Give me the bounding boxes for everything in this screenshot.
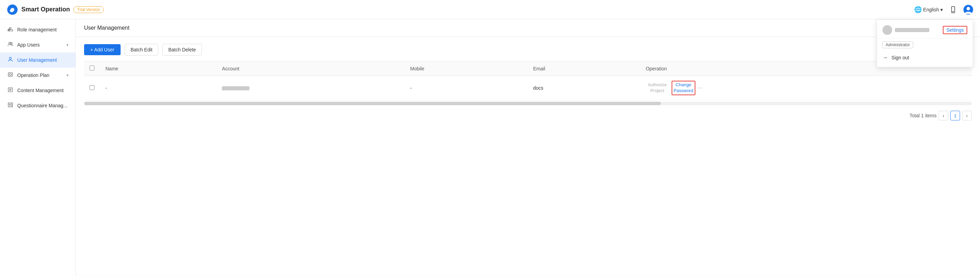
- sidebar-label-content-management: Content Management: [17, 88, 64, 93]
- account-blurred: [222, 86, 250, 90]
- sidebar-label-app-users: App Users: [17, 42, 40, 48]
- svg-point-5: [967, 7, 970, 10]
- header-right: 🌐 English ▾: [914, 5, 973, 14]
- pagination-total: Total 1 items: [909, 113, 937, 118]
- row-name: -: [100, 76, 216, 101]
- authorize-project-button[interactable]: AuthorizeProject: [646, 81, 669, 94]
- user-table: Name Account Mobile Email Operation -: [84, 61, 972, 101]
- sign-out-item[interactable]: → Sign out: [877, 51, 973, 64]
- sidebar-item-user-management[interactable]: User Management: [0, 53, 75, 68]
- batch-edit-button[interactable]: Batch Edit: [125, 44, 159, 56]
- operation-plan-icon: [7, 72, 14, 79]
- svg-point-1: [11, 8, 14, 11]
- sidebar-item-app-users[interactable]: App Users ▾: [0, 37, 75, 53]
- page-title: User Management: [84, 25, 130, 31]
- user-avatar-icon[interactable]: [964, 5, 973, 14]
- globe-icon: 🌐: [914, 6, 922, 13]
- dropdown-header: Settings: [877, 24, 973, 39]
- sidebar-label-operation-plan: Operation Plan: [17, 72, 49, 78]
- sidebar-item-role-management[interactable]: Role management: [0, 22, 75, 37]
- main-content: User Management + Add User Batch Edit Ba…: [76, 19, 980, 276]
- table-header-mobile: Mobile: [404, 61, 528, 76]
- select-all-checkbox[interactable]: [89, 65, 94, 70]
- sign-out-label: Sign out: [891, 55, 909, 61]
- content-management-icon: [7, 87, 14, 94]
- row-email: docs: [528, 76, 640, 101]
- table-header-name: Name: [100, 61, 216, 76]
- next-page-button[interactable]: ›: [962, 111, 972, 120]
- role-management-icon: [7, 26, 14, 33]
- signout-icon: →: [883, 54, 888, 61]
- row-operations: AuthorizeProject ChangePassword ···: [640, 76, 972, 101]
- trial-badge: Trial Version: [73, 6, 104, 13]
- chevron-down-icon: ▾: [67, 43, 68, 47]
- sidebar-item-operation-plan[interactable]: Operation Plan ▾: [0, 68, 75, 83]
- row-account: [216, 76, 404, 101]
- sidebar-label-questionnaire: Questionnaire Manag...: [17, 103, 68, 108]
- language-label: English: [923, 7, 939, 13]
- row-checkbox[interactable]: [89, 85, 94, 90]
- horizontal-scrollbar[interactable]: [84, 102, 972, 105]
- svg-point-9: [9, 42, 11, 44]
- page-header: User Management: [76, 19, 980, 37]
- questionnaire-icon: [7, 102, 14, 109]
- svg-point-13: [9, 73, 11, 75]
- app-logo: [7, 4, 18, 15]
- mobile-icon[interactable]: [948, 5, 958, 14]
- table-row: - - docs AuthorizeProject ChangePassword…: [84, 76, 972, 101]
- user-dropdown: Settings Administrator → Sign out: [877, 19, 973, 67]
- change-password-button[interactable]: ChangePassword: [671, 81, 695, 95]
- header-left: Smart Operation Trial Version: [7, 4, 104, 15]
- sidebar-label-user-management: User Management: [17, 57, 57, 63]
- main-layout: Role management App Users ▾ Us: [0, 19, 980, 276]
- add-user-button[interactable]: + Add User: [84, 44, 121, 55]
- table-header-email: Email: [528, 61, 640, 76]
- prev-page-button[interactable]: ‹: [939, 111, 948, 120]
- language-selector[interactable]: 🌐 English ▾: [914, 6, 943, 13]
- svg-point-10: [11, 42, 13, 44]
- app-title: Smart Operation: [21, 6, 70, 13]
- row-checkbox-cell: [84, 76, 100, 101]
- content-area: + Add User Batch Edit Batch Delete Accou…: [76, 37, 980, 276]
- sidebar: Role management App Users ▾ Us: [0, 19, 76, 276]
- svg-point-8: [10, 27, 11, 29]
- sidebar-item-questionnaire[interactable]: Questionnaire Manag...: [0, 98, 75, 113]
- chevron-down-icon-op: ▾: [67, 73, 68, 78]
- sidebar-label-role-management: Role management: [17, 27, 57, 32]
- svg-point-3: [953, 11, 953, 12]
- batch-delete-button[interactable]: Batch Delete: [162, 44, 202, 56]
- sidebar-item-content-management[interactable]: Content Management: [0, 83, 75, 98]
- svg-point-11: [9, 57, 11, 59]
- current-page-button[interactable]: 1: [950, 111, 960, 120]
- scrollbar-thumb: [84, 102, 661, 105]
- toolbar: + Add User Batch Edit Batch Delete Accou…: [84, 44, 972, 56]
- header: Smart Operation Trial Version 🌐 English …: [0, 0, 980, 19]
- pagination: Total 1 items ‹ 1 ›: [84, 111, 972, 120]
- dropdown-username-blurred: [895, 28, 929, 32]
- dropdown-user-info: [883, 25, 929, 35]
- table-header-checkbox: [84, 61, 100, 76]
- settings-link[interactable]: Settings: [943, 26, 967, 34]
- language-chevron: ▾: [940, 7, 943, 13]
- svg-rect-12: [8, 72, 13, 77]
- user-management-icon: [7, 57, 14, 64]
- dropdown-avatar: [883, 25, 892, 35]
- admin-badge: Administrator: [883, 41, 913, 48]
- admin-badge-container: Administrator: [877, 39, 973, 51]
- table-header-account: Account: [216, 61, 404, 76]
- row-mobile: -: [404, 76, 528, 101]
- more-options-icon[interactable]: ···: [698, 85, 703, 91]
- app-users-icon: [7, 41, 14, 48]
